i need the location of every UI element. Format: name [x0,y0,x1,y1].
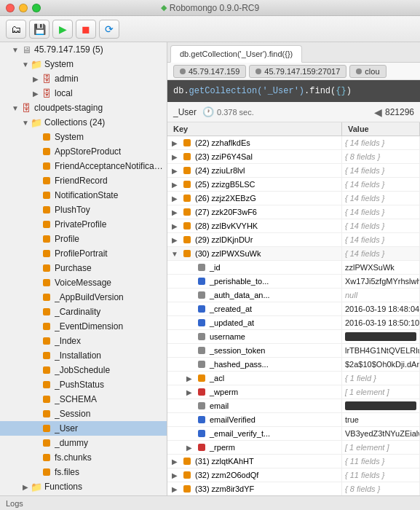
table-row[interactable]: ▶ (33) zzm8ir3dYF { 8 fields } [167,482,420,495]
table-row[interactable]: ▶ _created_at 2016-03-19 18:48:04.84... [167,302,420,316]
maximize-button[interactable] [32,4,41,12]
table-row[interactable]: ▶ _perishable_to... Xw17Ji5zfgMYrhslwh7C… [167,275,420,289]
row-25-arrow[interactable]: ▶ [170,181,179,189]
sidebar-item-pushstatus[interactable]: _PushStatus [0,377,167,392]
conn-tab-3-label: clou [365,67,379,76]
sidebar-item-appstore[interactable]: AppStoreProduct [0,144,167,159]
index-icon [41,335,52,347]
row-28-arrow[interactable]: ▶ [170,222,179,230]
sidebar-item-fschunks[interactable]: fs.chunks [0,450,167,465]
sidebar-item-installation[interactable]: _Installation [0,348,167,363]
conn-tab-3[interactable]: clou [349,65,386,78]
sidebar-item-friendrecord[interactable]: FriendRecord [0,173,167,188]
row-32-arrow[interactable]: ▶ [170,471,179,479]
table-row[interactable]: ▶ (31) zzlqtKAhHT { 11 fields } [167,455,420,468]
table-row[interactable]: ▶ (25) zzizgB5LSC { 14 fields } [167,178,420,192]
row-31-arrow[interactable]: ▶ [170,458,179,466]
table-row[interactable]: ▶ (24) zziuLr8lvl { 14 fields } [167,164,420,178]
sidebar-item-system-coll[interactable]: System [0,130,167,144]
table-row[interactable]: ▶ (27) zzk20F3wF6 { 14 fields } [167,205,420,219]
row-30-rperm-arrow[interactable]: ▶ [185,444,194,452]
row-30-hashed-icon [197,359,207,369]
minimize-button[interactable] [19,4,28,12]
table-row[interactable]: ▶ _updated_at 2016-03-19 18:50:10.171Z [167,316,420,330]
sidebar-item-system-folder[interactable]: ▼ 📁 System [0,57,167,71]
sidebar-item-session[interactable]: _Session [0,407,167,421]
table-row[interactable]: ▶ (22) zzhaflkdEs { 14 fields } [167,136,420,150]
stop-button[interactable]: ◼ [76,20,96,39]
server-item[interactable]: ▼ 🖥 45.79.147.159 (5) [0,42,167,57]
sidebar-item-cardinality[interactable]: _Cardinality [0,305,167,319]
save-button[interactable]: 💾 [29,20,49,39]
table-row[interactable]: ▶ (29) zzlDKjnDUr { 14 fields } [167,233,420,247]
sidebar-item-eventdim[interactable]: _EventDimension [0,319,167,334]
main-layout: ▼ 🖥 45.79.147.159 (5) ▼ 📁 System ▶ 🗄 adm… [0,42,420,495]
sidebar-item-collections-folder[interactable]: ▼ 📁 Collections (24) [0,115,167,130]
row-27-arrow[interactable]: ▶ [170,208,179,216]
sidebar-item-fsfiles[interactable]: fs.files [0,465,167,479]
table-row[interactable]: ▶ (28) zzlBvKVYHK { 14 fields } [167,219,420,233]
table-row[interactable]: ▶ _id zzlPWXSuWk [167,261,420,275]
sidebar-item-plushtoy[interactable]: PlushToy [0,203,167,217]
table-row[interactable]: ▶ email [167,399,420,413]
sidebar-item-index[interactable]: _Index [0,334,167,348]
table-row[interactable]: ▶ emailVerified true [167,413,420,427]
table-row[interactable]: ▶ username [167,330,420,344]
table-row[interactable]: ▶ _hashed_pass... $2a$10$Oh0kDji.dAnLw..… [167,358,420,372]
row-33-arrow[interactable]: ▶ [170,485,179,493]
nav-left-icon[interactable]: ◀ [374,106,382,118]
sidebar-item-privateprofile[interactable]: PrivateProfile [0,217,167,232]
row-30-acl-key: ▶ _acl [167,372,342,385]
table-row[interactable]: ▶ _rperm [ 1 element ] [167,441,420,455]
sidebar-item-profile[interactable]: Profile [0,232,167,246]
clock-icon: 🕐 [202,106,214,117]
sidebar-item-local[interactable]: ▶ 🗄 local [0,86,167,101]
open-folder-button[interactable]: 🗂 [6,20,26,39]
row-30-arrow[interactable]: ▼ [170,250,179,258]
table-row[interactable]: ▼ (30) zzlPWXSuWk { 14 fields } [167,247,420,261]
row-23-arrow[interactable]: ▶ [170,153,179,161]
table-row[interactable]: ▶ (23) zziP6Y4Sal { 8 fields } [167,150,420,164]
row-30-acl-arrow[interactable]: ▶ [185,374,194,382]
sidebar-item-admin[interactable]: ▶ 🗄 admin [0,71,167,86]
row-28-key: ▶ (28) zzlBvKVYHK [167,219,342,232]
sidebar-item-friendaccept[interactable]: FriendAcceptanceNotificat... [0,159,167,173]
query-tab[interactable]: db.getCollection('_User').find({}) [170,45,302,63]
row-27-key-text: (27) zzk20F3wF6 [195,208,257,216]
appstore-label: AppStoreProduct [55,146,121,157]
table-row[interactable]: ▶ _wperm [ 1 element ] [167,385,420,399]
query-bar[interactable]: db.getCollection('_User').find({}) [167,80,420,102]
row-30-wperm-arrow[interactable]: ▶ [185,388,194,396]
row-29-arrow[interactable]: ▶ [170,236,179,244]
row-29-key-text: (29) zzlDKjnDUr [195,235,253,244]
play-button[interactable]: ▶ [52,20,73,39]
row-30-emailver-key-text: emailVerified [210,415,255,424]
sidebar-item-appbuildver[interactable]: _AppBuildVersion [0,290,167,305]
table-row[interactable]: ▶ (32) zzm2O6odQf { 11 fields } [167,468,420,482]
row-22-arrow[interactable]: ▶ [170,139,179,147]
conn-tab-1[interactable]: 45.79.147.159 [173,65,246,78]
table-row[interactable]: ▶ _session_token lrTBH4G1NtQVELRlucQt... [167,344,420,358]
results-table[interactable]: ▶ (22) zzhaflkdEs { 14 fields } ▶ (23) z… [167,136,420,495]
table-row[interactable]: ▶ _email_verify_t... VB3yedZ3tNYuZEialwz… [167,427,420,441]
table-row[interactable]: ▶ _auth_data_an... null [167,289,420,302]
sidebar-item-voicemessage[interactable]: VoiceMessage [0,275,167,290]
conn-tab-2[interactable]: 45.79.147.159:27017 [249,65,346,78]
sidebar-item-schema[interactable]: _SCHEMA [0,392,167,407]
row-26-arrow[interactable]: ▶ [170,195,179,203]
row-24-arrow[interactable]: ▶ [170,167,179,175]
close-button[interactable] [6,4,15,12]
sidebar-item-jobschedule[interactable]: _JobSchedule [0,363,167,377]
sidebar-item-notifstate[interactable]: NotificationState [0,188,167,203]
table-row[interactable]: ▶ (26) zzjz2XEBzG { 14 fields } [167,192,420,205]
refresh-button[interactable]: ⟳ [99,20,119,39]
sidebar-item-dummy[interactable]: _dummy [0,436,167,450]
sidebar-item-user[interactable]: _User [0,421,167,436]
sidebar-item-profileportrait[interactable]: ProfilePortrait [0,246,167,261]
sidebar-item-cloudpets-staging[interactable]: ▼ 🗄 cloudpets-staging [0,101,167,115]
sidebar-item-functions[interactable]: ▶ 📁 Functions [0,479,167,494]
sidebar-item-purchase[interactable]: Purchase [0,261,167,275]
admin-db-icon: 🗄 [41,73,52,85]
sidebar[interactable]: ▼ 🖥 45.79.147.159 (5) ▼ 📁 System ▶ 🗄 adm… [0,42,167,495]
table-row[interactable]: ▶ _acl { 1 field } [167,372,420,385]
